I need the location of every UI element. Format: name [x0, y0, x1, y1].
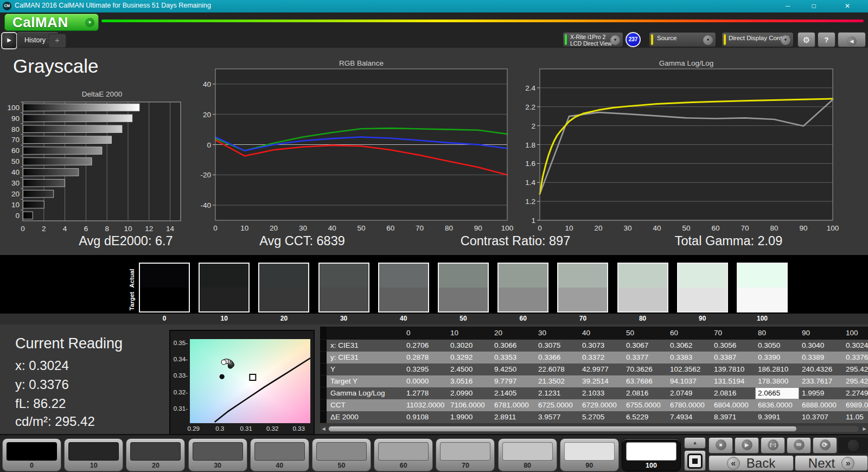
table-cell[interactable]: 233.7617 — [799, 375, 843, 387]
table-cell[interactable]: 10.3707 — [799, 411, 843, 423]
column-header[interactable]: 80 — [755, 327, 799, 340]
table-cell[interactable]: 11.05 — [843, 411, 868, 423]
scrollbar-track[interactable] — [328, 426, 859, 432]
test-pattern-button-60[interactable]: 60 — [374, 438, 433, 471]
table-cell[interactable]: 94.1037 — [667, 375, 711, 387]
table-cell[interactable]: 0.3383 — [667, 352, 711, 363]
table-cell[interactable]: 0.3376 — [843, 352, 868, 363]
table-cell[interactable]: 2.1405 — [492, 387, 535, 399]
table-cell[interactable]: 0.3056 — [711, 340, 755, 352]
table-cell[interactable]: 9.4250 — [492, 363, 535, 375]
row-selector[interactable] — [320, 363, 327, 375]
table-cell[interactable]: 0.9108 — [404, 411, 448, 423]
chevron-down-icon[interactable]: ▼ — [781, 35, 790, 45]
table-cell[interactable]: 2.8911 — [492, 411, 535, 423]
table-cell[interactable]: 6781.0000 — [492, 399, 535, 411]
table-cell[interactable]: 6888.0000 — [799, 399, 843, 411]
table-cell[interactable]: 11032.0000 — [404, 399, 448, 411]
table-cell[interactable]: 7.4934 — [667, 411, 711, 423]
table-cell[interactable]: 0.3387 — [711, 352, 755, 363]
row-selector[interactable] — [320, 327, 327, 340]
table-cell[interactable]: 0.3050 — [755, 340, 799, 352]
table-cell[interactable]: 139.7810 — [711, 363, 755, 375]
row-selector[interactable] — [320, 399, 327, 411]
read-series-button[interactable]: [··] — [761, 437, 785, 454]
table-cell[interactable]: 0.3020 — [448, 340, 492, 352]
column-header[interactable]: 20 — [492, 327, 535, 340]
row-selector[interactable] — [320, 352, 327, 363]
table-cell[interactable]: 0.3295 — [404, 363, 448, 375]
table-cell[interactable]: 9.7797 — [492, 375, 535, 387]
table-cell[interactable]: 3.9577 — [535, 411, 579, 423]
row-selector[interactable] — [320, 387, 327, 399]
chevron-down-icon[interactable]: ▼ — [703, 35, 713, 45]
table-cell[interactable]: 2.0990 — [448, 387, 492, 399]
table-cell[interactable]: 2.0749 — [667, 387, 711, 399]
test-pattern-button-30[interactable]: 30 — [188, 438, 247, 471]
row-selector[interactable] — [320, 375, 327, 387]
table-scrollbar[interactable]: ◀ ▶ — [320, 425, 868, 433]
minimize-button[interactable]: ─ — [776, 0, 800, 12]
play-button[interactable]: ▶ — [735, 437, 759, 454]
table-cell[interactable]: 0.2878 — [404, 352, 448, 363]
table-cell[interactable]: 0.3024 — [843, 340, 868, 352]
column-header[interactable]: 90 — [799, 327, 843, 340]
table-cell[interactable]: 102.3562 — [667, 363, 711, 375]
table-cell[interactable]: 5.2705 — [579, 411, 623, 423]
table-cell[interactable]: 2.0665 — [755, 387, 799, 399]
column-header[interactable]: 10 — [448, 327, 492, 340]
scroll-right-icon[interactable]: ▶ — [861, 425, 868, 432]
table-cell[interactable]: 295.42 — [843, 375, 868, 387]
row-selector[interactable] — [320, 411, 327, 423]
table-cell[interactable]: 21.3502 — [535, 375, 579, 387]
table-cell[interactable]: 0.3353 — [492, 352, 535, 363]
add-tab-button[interactable]: + — [48, 34, 66, 48]
test-pattern-button-40[interactable]: 40 — [250, 438, 309, 471]
table-cell[interactable]: 6755.0000 — [623, 399, 667, 411]
table-cell[interactable]: 0.3040 — [799, 340, 843, 352]
scrollbar-thumb[interactable] — [329, 426, 796, 431]
column-header[interactable]: 0 — [404, 327, 448, 340]
table-cell[interactable]: 1.9959 — [799, 387, 843, 399]
table-cell[interactable]: 0.3366 — [535, 352, 579, 363]
table-cell[interactable]: 0.3066 — [492, 340, 535, 352]
table-cell[interactable]: 1.2778 — [404, 387, 448, 399]
table-cell[interactable]: 2.0816 — [623, 387, 667, 399]
table-cell[interactable]: 2.0816 — [711, 387, 755, 399]
table-cell[interactable]: 0.3390 — [755, 352, 799, 363]
table-cell[interactable]: 6780.0000 — [667, 399, 711, 411]
table-cell[interactable]: 6804.0000 — [711, 399, 755, 411]
table-cell[interactable]: 0.3372 — [579, 352, 623, 363]
table-cell[interactable]: 186.2810 — [755, 363, 799, 375]
column-header[interactable]: 30 — [535, 327, 579, 340]
window-pattern-button[interactable] — [684, 450, 706, 471]
column-header[interactable]: 60 — [667, 327, 711, 340]
table-cell[interactable]: 0.3067 — [623, 340, 667, 352]
collapse-panel-button[interactable]: ◀ — [838, 32, 866, 47]
chevron-down-icon[interactable]: ▼ — [610, 35, 620, 45]
table-cell[interactable]: 0.3073 — [579, 340, 623, 352]
table-cell[interactable]: 7106.0000 — [448, 399, 492, 411]
table-cell[interactable]: 8.3971 — [711, 411, 755, 423]
table-cell[interactable]: 22.6078 — [535, 363, 579, 375]
table-cell[interactable]: 3.0516 — [448, 375, 492, 387]
table-cell[interactable]: 131.5194 — [711, 375, 755, 387]
table-cell[interactable]: 70.3626 — [623, 363, 667, 375]
test-pattern-button-20[interactable]: 20 — [126, 438, 185, 471]
test-pattern-button-80[interactable]: 80 — [498, 438, 557, 471]
table-cell[interactable]: 63.7686 — [623, 375, 667, 387]
table-cell[interactable]: 2.4500 — [448, 363, 492, 375]
test-pattern-button-50[interactable]: 50 — [312, 438, 371, 471]
table-cell[interactable]: 9.3991 — [755, 411, 799, 423]
table-cell[interactable]: 2.2749 — [843, 387, 868, 399]
column-header[interactable]: 70 — [711, 327, 755, 340]
table-cell[interactable]: 2.1033 — [579, 387, 623, 399]
scroll-left-icon[interactable]: ◀ — [320, 425, 327, 432]
table-cell[interactable]: 0.3062 — [667, 340, 711, 352]
table-cell[interactable]: 6725.0000 — [535, 399, 579, 411]
table-cell[interactable]: 42.9977 — [579, 363, 623, 375]
refresh-button[interactable]: ⟳ — [813, 437, 837, 454]
test-pattern-button-70[interactable]: 70 — [436, 438, 495, 471]
table-cell[interactable]: 6.5229 — [623, 411, 667, 423]
stop-button[interactable]: ■ — [709, 437, 733, 454]
